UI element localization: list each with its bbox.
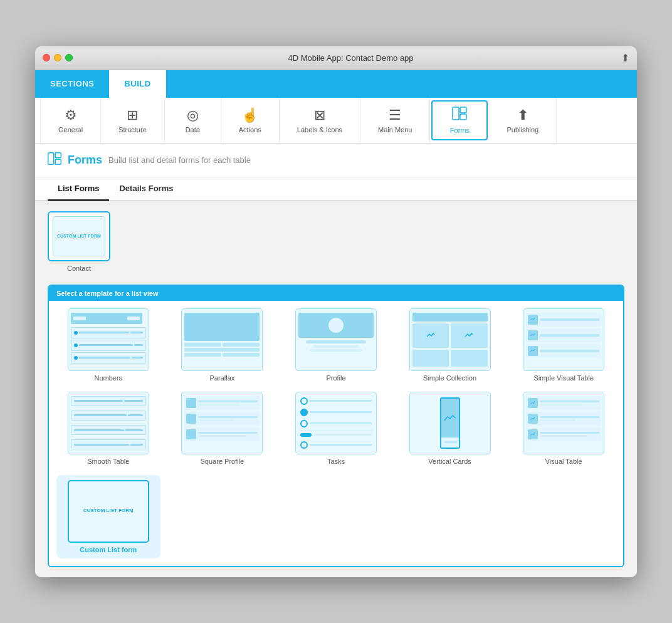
toolbar-label-publishing: Publishing xyxy=(507,126,538,134)
template-name-custom-list-form: Custom List form xyxy=(80,546,137,553)
svg-rect-1 xyxy=(460,107,466,113)
template-name-parallax: Parallax xyxy=(210,374,235,382)
template-item-vertical-cards[interactable]: Vertical Cards xyxy=(398,392,502,465)
nav-spacer xyxy=(166,70,637,98)
toolbar-label-labels-icons: Labels & Icons xyxy=(297,126,342,134)
template-thumb-profile xyxy=(295,308,377,371)
publishing-icon: ⬆ xyxy=(517,107,528,123)
template-thumb-square-profile xyxy=(181,392,263,454)
template-thumb-simple-visual-table xyxy=(523,308,604,371)
template-name-numbers: Numbers xyxy=(94,374,122,382)
visual-table-preview xyxy=(526,396,601,450)
template-item-custom-list-form[interactable]: CUSTOM LIST FORM Custom List form xyxy=(56,475,160,558)
profile-preview xyxy=(298,313,374,367)
traffic-lights xyxy=(43,54,73,61)
forms-icon xyxy=(452,107,467,124)
structure-icon: ⊞ xyxy=(127,107,138,123)
template-thumb-smooth-table xyxy=(68,392,149,454)
main-menu-icon: ☰ xyxy=(389,107,401,123)
tab-details-forms[interactable]: Details Forms xyxy=(109,177,183,201)
gear-icon: ⚙ xyxy=(65,107,77,123)
template-name-simple-visual-table: Simple Visual Table xyxy=(533,374,594,382)
svg-rect-4 xyxy=(55,152,61,157)
template-selector: Select a template for a list view xyxy=(48,285,624,567)
square-profile-preview xyxy=(184,396,260,450)
template-item-numbers[interactable]: Numbers xyxy=(56,308,160,382)
svg-rect-5 xyxy=(55,159,61,164)
toolbar-item-forms[interactable]: Forms xyxy=(431,100,488,140)
forms-subtitle: Build list and detail forms for each tab… xyxy=(108,155,251,165)
contact-card-name: Contact xyxy=(67,264,91,272)
toolbar-item-actions[interactable]: ☝ Actions xyxy=(221,98,280,143)
svg-rect-3 xyxy=(48,152,54,164)
toolbar-label-structure: Structure xyxy=(118,126,147,134)
template-name-simple-collection: Simple Collection xyxy=(423,374,476,382)
simple-visual-table-preview xyxy=(526,313,601,367)
toolbar-item-publishing[interactable]: ⬆ Publishing xyxy=(489,98,557,143)
nav-tab-sections[interactable]: SECTIONS xyxy=(35,70,109,98)
template-thumb-tasks xyxy=(295,392,377,454)
template-item-simple-collection[interactable]: Simple Collection xyxy=(398,308,502,382)
template-item-tasks[interactable]: Tasks xyxy=(284,392,388,465)
template-thumb-numbers xyxy=(68,308,149,371)
forms-title: Forms xyxy=(68,154,102,167)
template-item-parallax[interactable]: Parallax xyxy=(171,308,275,382)
template-item-visual-table[interactable]: Visual Table xyxy=(512,392,616,465)
app-window: 4D Mobile App: Contact Demo app ⬆ SECTIO… xyxy=(35,46,637,577)
template-item-square-profile[interactable]: Square Profile xyxy=(171,392,275,465)
svg-rect-2 xyxy=(460,114,466,120)
tabs-bar: List Forms Details Forms xyxy=(35,177,637,201)
tasks-preview xyxy=(298,396,374,450)
custom-list-form-preview: CUSTOM LIST FORM xyxy=(71,485,145,538)
template-thumb-vertical-cards xyxy=(409,392,491,454)
toolbar-item-general[interactable]: ⚙ General xyxy=(40,98,101,143)
svg-rect-0 xyxy=(453,107,459,120)
smooth-table-preview xyxy=(71,396,146,450)
numbers-preview xyxy=(71,313,146,364)
parallax-preview xyxy=(184,313,260,367)
template-selector-header: Select a template for a list view xyxy=(49,286,623,301)
toolbar-label-actions: Actions xyxy=(239,126,261,134)
template-item-smooth-table[interactable]: Smooth Table xyxy=(56,392,160,465)
contact-card-text: CUSTOM LIST FORM xyxy=(57,233,101,239)
simple-collection-preview xyxy=(412,313,488,367)
tab-list-forms[interactable]: List Forms xyxy=(48,177,109,201)
template-thumb-parallax xyxy=(181,308,263,371)
labels-icons-icon: ⊠ xyxy=(314,107,325,123)
custom-label-text: CUSTOM LIST FORM xyxy=(83,508,134,514)
toolbar-item-main-menu[interactable]: ☰ Main Menu xyxy=(360,98,430,143)
maximize-button[interactable] xyxy=(65,54,73,61)
window-title: 4D Mobile App: Contact Demo app xyxy=(80,53,621,63)
template-name-tasks: Tasks xyxy=(327,458,345,465)
toolbar-item-structure[interactable]: ⊞ Structure xyxy=(101,98,165,143)
template-grid: Numbers Parallax xyxy=(49,301,623,566)
toolbar-label-general: General xyxy=(58,126,83,134)
vertical-cards-preview xyxy=(440,397,460,449)
toolbar-item-labels-icons[interactable]: ⊠ Labels & Icons xyxy=(280,98,360,143)
template-thumb-simple-collection xyxy=(409,308,491,371)
template-item-profile[interactable]: Profile xyxy=(284,308,388,382)
contact-card-preview: CUSTOM LIST FORM xyxy=(48,211,110,261)
forms-header: Forms Build list and detail forms for ea… xyxy=(35,144,637,177)
upload-icon[interactable]: ⬆ xyxy=(621,52,629,64)
template-name-visual-table: Visual Table xyxy=(545,458,582,465)
contact-card[interactable]: CUSTOM LIST FORM Contact xyxy=(48,211,110,272)
toolbar-item-data[interactable]: ◎ Data xyxy=(165,98,221,143)
close-button[interactable] xyxy=(43,54,50,61)
template-name-vertical-cards: Vertical Cards xyxy=(428,458,471,465)
title-bar: 4D Mobile App: Contact Demo app ⬆ xyxy=(35,46,637,70)
template-item-simple-visual-table[interactable]: Simple Visual Table xyxy=(512,308,616,382)
nav-tab-build[interactable]: BUILD xyxy=(109,70,165,98)
template-name-smooth-table: Smooth Table xyxy=(87,458,129,465)
template-name-square-profile: Square Profile xyxy=(201,458,244,465)
data-icon: ◎ xyxy=(187,107,199,123)
forms-section-icon xyxy=(48,152,61,168)
actions-icon: ☝ xyxy=(241,107,258,123)
toolbar: ⚙ General ⊞ Structure ◎ Data ☝ Actions ⊠… xyxy=(35,98,637,144)
minimize-button[interactable] xyxy=(54,54,61,61)
template-name-profile: Profile xyxy=(326,374,345,382)
toolbar-label-data: Data xyxy=(186,126,200,134)
toolbar-label-forms: Forms xyxy=(450,127,470,134)
content-area: CUSTOM LIST FORM Contact Select a templa… xyxy=(35,201,637,577)
template-thumb-custom-list-form: CUSTOM LIST FORM xyxy=(68,480,149,543)
